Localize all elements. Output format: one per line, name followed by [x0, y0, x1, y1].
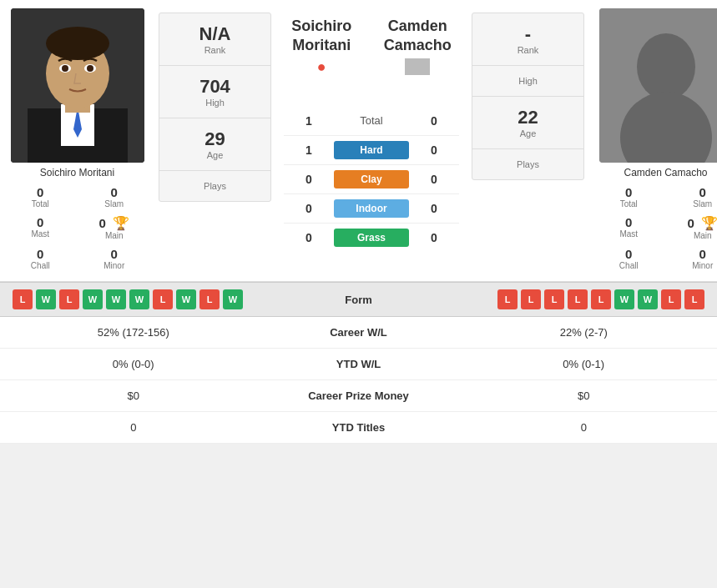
player-card-inner-left: N/A Rank 704 High 29 Age Plays [159, 13, 271, 202]
main-container: Soichiro Moritani 0 Total 0 Slam 0 Mast … [0, 0, 717, 444]
stat-total-center: Total [334, 111, 409, 130]
stat-main-left: 0 🏆 Main [78, 213, 151, 243]
stat-hard-left-val: 1 [284, 143, 334, 157]
form-badge-left: W [129, 289, 149, 309]
svg-point-6 [46, 27, 109, 60]
info-rows: 52% (172-156) Career W/L 22% (2-7) 0% (0… [0, 317, 717, 444]
stat-clay-right-val: 0 [409, 173, 459, 186]
card-age-left: 29 Age [159, 118, 270, 171]
players-section: Soichiro Moritani 0 Total 0 Slam 0 Mast … [0, 0, 717, 282]
stat-grass-center: Grass [334, 229, 409, 247]
career-stat-row: 0% (0-0) YTD W/L 0% (0-1) [0, 349, 717, 380]
stat-mast-left: 0 Mast [4, 213, 77, 243]
middle-section: Soichiro Moritani ● Camden Camacho [275, 8, 467, 273]
player-name-label-right: Camden Camacho [619, 167, 711, 178]
card-rank-left: N/A Rank [159, 13, 270, 66]
stat-minor-left: 0 Minor [78, 244, 151, 273]
stat-chall-right: 0 Chall [593, 244, 665, 273]
form-section: LWLWWWLWLW Form LLLLLWWLL [0, 282, 717, 317]
player-name-label-left: Soichiro Moritani [36, 167, 119, 178]
stat-grass-right-val: 0 [409, 231, 459, 244]
career-stat-right-0: 22% (2-7) [463, 326, 705, 339]
player-right: Camden Camacho 0 Total 0 Slam 0 Mast 0 [588, 8, 717, 273]
form-badge-right: L [568, 289, 588, 309]
stat-total-left-val: 1 [284, 114, 334, 128]
player-name-header-right: Camden Camacho [384, 17, 452, 78]
player-card-left: N/A Rank 704 High 29 Age Plays [154, 8, 275, 273]
career-stat-left-3: 0 [13, 421, 255, 434]
stat-hard-center: Hard [334, 141, 409, 159]
stats-rows: 1 Total 0 1 Hard 0 0 [275, 86, 467, 273]
form-badge-left: W [83, 289, 103, 309]
stat-indoor-right-val: 0 [409, 202, 459, 215]
form-badge-right: L [684, 289, 704, 309]
card-rank-right: - Rank [472, 13, 583, 66]
stat-row-grass: 0 Grass 0 [284, 224, 459, 252]
stat-row-clay: 0 Clay 0 [284, 165, 459, 194]
svg-point-12 [637, 33, 695, 100]
card-high-right: High [472, 66, 583, 97]
career-stat-left-1: 0% (0-0) [13, 358, 255, 370]
form-badge-left: W [106, 289, 126, 309]
career-stat-label-1: YTD W/L [255, 358, 463, 370]
form-badge-right: W [638, 289, 658, 309]
form-badge-right: L [521, 289, 541, 309]
form-badge-right: L [497, 289, 518, 309]
clay-badge: Clay [334, 170, 409, 188]
stat-total-left: 0 Total [4, 183, 77, 211]
form-badge-left: L [13, 289, 33, 309]
career-stat-right-1: 0% (0-1) [463, 358, 705, 370]
total-badge: Total [334, 111, 409, 130]
grass-badge: Grass [334, 229, 409, 247]
card-high-left: 704 High [159, 66, 270, 118]
player-stats-grid-left: 0 Total 0 Slam 0 Mast 0 🏆 Main [0, 183, 154, 273]
stat-indoor-left-val: 0 [284, 202, 334, 215]
career-stat-left-0: 52% (172-156) [13, 326, 255, 339]
stat-grass-left-val: 0 [284, 231, 334, 244]
card-plays-left: Plays [159, 171, 270, 201]
career-stat-left-2: $0 [13, 389, 255, 402]
stat-hard-right-val: 0 [409, 143, 459, 157]
stat-slam-right: 0 Slam [667, 183, 718, 211]
form-badge-right: W [614, 289, 634, 309]
career-stat-label-3: YTD Titles [255, 421, 463, 434]
player-photo-right [599, 8, 718, 163]
stat-minor-right: 0 Minor [667, 244, 718, 273]
career-stat-row: 0 YTD Titles 0 [0, 412, 717, 444]
form-badge-right: L [591, 289, 611, 309]
stat-slam-left: 0 Slam [78, 183, 151, 211]
card-age-right: 22 Age [472, 97, 583, 149]
svg-point-9 [62, 65, 68, 72]
career-stat-label-0: Career W/L [255, 326, 463, 339]
career-stat-right-3: 0 [463, 421, 705, 434]
career-stat-row: 52% (172-156) Career W/L 22% (2-7) [0, 317, 717, 349]
stat-chall-left: 0 Chall [4, 244, 77, 273]
form-badge-left: W [36, 289, 56, 309]
indoor-badge: Indoor [334, 199, 409, 218]
form-badge-left: W [176, 289, 196, 309]
stat-row-indoor: 0 Indoor 0 [284, 194, 459, 224]
career-stat-label-2: Career Prize Money [255, 389, 463, 402]
form-badges-left: LWLWWWLWLW [13, 289, 275, 309]
player-photo-left [11, 8, 144, 163]
player-left: Soichiro Moritani 0 Total 0 Slam 0 Mast … [0, 8, 154, 273]
career-stat-row: $0 Career Prize Money $0 [0, 380, 717, 412]
country-flag-right [405, 58, 430, 75]
trophy-icon-right: 🏆 [701, 215, 717, 231]
trophy-icon-left: 🏆 [113, 215, 129, 231]
form-badge-left: W [223, 289, 243, 309]
svg-point-10 [87, 65, 93, 72]
form-badges-right: LLLLLWWLL [442, 289, 705, 309]
form-badge-right: L [661, 289, 681, 309]
stat-indoor-center: Indoor [334, 199, 409, 218]
player-card-inner-right: - Rank High 22 Age Plays [472, 13, 584, 180]
form-badge-left: L [153, 289, 173, 309]
stat-total-right: 0 Total [593, 183, 665, 211]
form-label: Form [275, 294, 442, 306]
career-stat-right-2: $0 [463, 389, 705, 402]
hard-badge: Hard [334, 141, 409, 159]
stat-total-right-val: 0 [409, 114, 459, 128]
stat-row-total: 1 Total 0 [284, 106, 459, 136]
stat-mast-right: 0 Mast [593, 213, 665, 243]
stat-row-hard: 1 Hard 0 [284, 136, 459, 165]
